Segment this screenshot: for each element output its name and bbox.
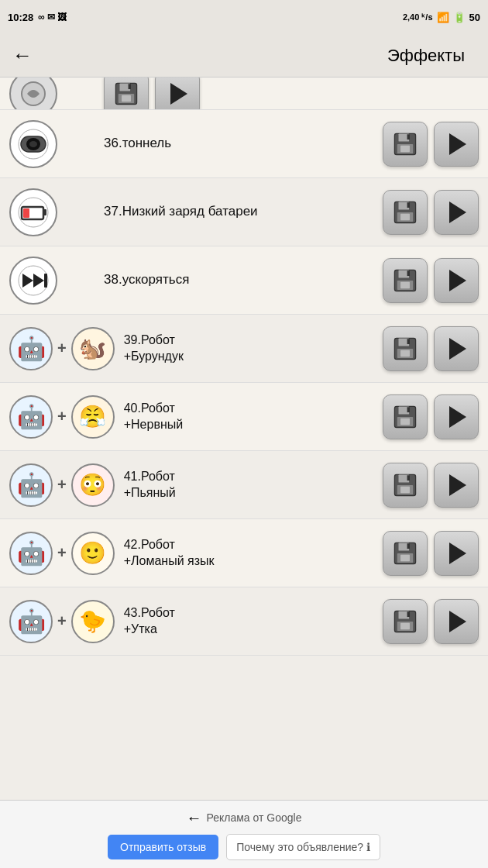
icon-battery (9, 188, 57, 236)
play-icon-partial (170, 83, 187, 105)
list-item-43: 🤖 + 🐤 43.Робот+Утка (0, 587, 488, 656)
save-btn-39[interactable] (383, 326, 428, 371)
actions-42 (383, 531, 479, 576)
play-btn-partial[interactable] (155, 78, 200, 110)
icon-robot-40: 🤖 (9, 395, 53, 439)
icon-area-39: 🤖 + 🐿️ (9, 327, 115, 370)
label-38: 38.ускоряться (104, 271, 383, 288)
svg-rect-27 (44, 274, 47, 288)
save-btn-40[interactable] (383, 394, 428, 439)
actions-36 (383, 122, 479, 167)
label-36: 36.тоннель (104, 135, 383, 152)
feedback-button[interactable]: Отправить отзыв (108, 835, 218, 859)
svg-rect-37 (400, 350, 410, 356)
svg-rect-42 (400, 418, 410, 425)
svg-rect-14 (400, 145, 410, 152)
save-btn-partial[interactable] (104, 78, 149, 110)
back-button[interactable]: ← (12, 43, 33, 67)
list-item-38: 38.ускоряться (0, 246, 488, 315)
save-btn-41[interactable] (383, 463, 428, 508)
status-bar: 10:28 ∞ ✉ 🖼 2,40 ᵏ/s 📶 🔋 50 (0, 0, 488, 34)
icon-area-partial (9, 78, 95, 110)
battery-percent: 50 (469, 12, 480, 23)
ad-label: Реклама от Google (207, 811, 302, 824)
plus-40: + (57, 408, 67, 425)
actions-41 (383, 463, 479, 508)
play-icon-42 (449, 542, 466, 564)
label-41: 41.Робот+Пьяный (124, 469, 383, 501)
play-icon-40 (449, 406, 466, 428)
svg-rect-3 (129, 84, 131, 89)
play-btn-40[interactable] (434, 394, 479, 439)
icon-drunk-41: 😳 (71, 463, 115, 507)
actions-43 (383, 599, 479, 644)
icon-broken-42: 🙂 (71, 532, 115, 575)
save-btn-36[interactable] (383, 122, 428, 167)
ad-buttons: Отправить отзыв Почему это объявление? ℹ (108, 834, 380, 860)
svg-rect-47 (400, 486, 410, 493)
label-42: 42.Робот+Ломаный язык (124, 537, 383, 570)
status-left: 10:28 ∞ ✉ 🖼 (8, 12, 67, 23)
icon-duck-43: 🐤 (71, 600, 115, 643)
icon-chipmunk-39: 🐿️ (71, 327, 115, 370)
svg-rect-45 (407, 475, 410, 480)
svg-rect-21 (407, 202, 410, 208)
play-btn-37[interactable] (434, 190, 479, 235)
icon-fastforward (9, 257, 57, 305)
play-btn-42[interactable] (434, 531, 479, 576)
plus-41: + (57, 476, 67, 494)
label-39: 39.Робот+Бурундук (124, 332, 383, 365)
list-item-42: 🤖 + 🙂 42.Робот+Ломаный язык (0, 519, 488, 587)
network-icons: ∞ ✉ 🖼 (38, 12, 67, 22)
play-icon-38 (449, 270, 466, 291)
list-item-39: 🤖 + 🐿️ 39.Робот+Бурундук (0, 315, 488, 383)
icon-robot-41: 🤖 (9, 463, 53, 507)
ad-bar: ← Реклама от Google Отправить отзыв Поче… (0, 800, 488, 868)
icon-tunnel (9, 120, 57, 168)
svg-rect-55 (407, 611, 410, 617)
icon-nervous-40: 😤 (71, 395, 115, 439)
svg-rect-32 (400, 281, 410, 288)
icon-area-43: 🤖 + 🐤 (9, 600, 115, 643)
plus-42: + (57, 544, 67, 562)
svg-rect-57 (400, 622, 410, 629)
list-item-41: 🤖 + 😳 41.Робот+Пьяный (0, 451, 488, 519)
list-item-40: 🤖 + 😤 40.Робот+Нервный (0, 383, 488, 451)
play-btn-36[interactable] (434, 122, 479, 167)
play-btn-39[interactable] (434, 326, 479, 371)
save-btn-43[interactable] (383, 599, 428, 644)
svg-point-9 (29, 141, 37, 147)
plus-43: + (57, 612, 67, 630)
icon-area-41: 🤖 + 😳 (9, 463, 115, 507)
play-icon-43 (449, 611, 466, 632)
actions-40 (383, 394, 479, 439)
play-btn-38[interactable] (434, 258, 479, 303)
play-icon-36 (449, 133, 466, 155)
svg-rect-30 (407, 270, 410, 276)
svg-rect-12 (407, 134, 410, 140)
icon-area-37 (9, 188, 95, 236)
page-title: Эффекты (387, 46, 465, 66)
why-button[interactable]: Почему это объявление? ℹ (226, 834, 380, 860)
label-37: 37.Низкий заряд батареи (104, 203, 383, 220)
save-btn-38[interactable] (383, 258, 428, 303)
icon-area-36 (9, 120, 95, 168)
svg-rect-17 (43, 209, 46, 215)
battery-icon: 🔋 (453, 12, 466, 23)
save-btn-42[interactable] (383, 531, 428, 576)
time: 10:28 (8, 12, 33, 23)
play-btn-43[interactable] (434, 599, 479, 644)
label-40: 40.Робот+Нервный (124, 401, 383, 433)
data-speed: 2,40 ᵏ/s (403, 12, 433, 22)
svg-rect-18 (23, 208, 29, 218)
save-btn-37[interactable] (383, 190, 428, 235)
play-btn-41[interactable] (434, 463, 479, 508)
icon-area-38 (9, 257, 95, 305)
actions-39 (383, 326, 479, 371)
plus-39: + (57, 339, 67, 357)
list-item-partial (0, 78, 488, 110)
list-item-36: 36.тоннель (0, 110, 488, 178)
icon-partial (9, 78, 57, 110)
icon-area-42: 🤖 + 🙂 (9, 532, 115, 575)
back-icon-ad[interactable]: ← (187, 809, 202, 827)
